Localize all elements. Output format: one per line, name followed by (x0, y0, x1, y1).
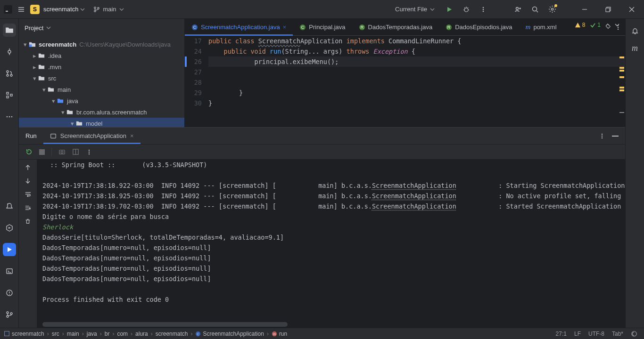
tree-node[interactable]: ▸.idea (19, 50, 184, 61)
error-stripe[interactable] (619, 53, 625, 127)
terminal-tool-button[interactable] (3, 265, 16, 278)
crumb-label[interactable]: alura (135, 331, 148, 337)
layout-button[interactable] (72, 148, 79, 155)
run-panel-title: Run (19, 132, 43, 139)
scroll-up-button[interactable] (25, 164, 31, 171)
settings-notification-dot (554, 4, 557, 7)
file-encoding[interactable]: UTF-8 (588, 331, 604, 337)
run-more-button[interactable] (597, 131, 607, 141)
svg-text:R: R (447, 25, 451, 30)
tree-node[interactable]: ▾src (19, 73, 184, 84)
editor-tab[interactable]: m pom.xml (519, 19, 563, 35)
vcs-tool-button[interactable] (3, 308, 16, 321)
services-tool-button[interactable] (3, 221, 16, 234)
tab-label: Principal.java (309, 24, 345, 31)
crumb-label[interactable]: br (105, 331, 110, 337)
editor-tab[interactable]: R DadosTemporadas.java (352, 19, 439, 35)
tree-node-root[interactable]: ▾ screenmatch C:\Users\Kayque\Downloads\… (19, 39, 184, 50)
run-config-selector[interactable]: Current File (392, 5, 438, 14)
crumb-label[interactable]: src (52, 331, 59, 337)
close-tab-icon[interactable]: × (283, 24, 287, 31)
settings-button[interactable] (547, 4, 557, 15)
chevron-down-icon[interactable] (615, 23, 619, 27)
maven-icon: m (526, 23, 531, 31)
structure-tool-button[interactable] (3, 89, 16, 102)
code-with-me-button[interactable] (513, 4, 523, 15)
tree-label: main (58, 86, 71, 93)
project-panel-header[interactable]: Project (19, 19, 184, 37)
toolbar-more-button[interactable] (86, 149, 92, 155)
scroll-down-button[interactable] (25, 178, 31, 184)
pull-requests-tool-button[interactable] (3, 67, 16, 80)
close-run-tab-icon[interactable]: × (130, 132, 134, 139)
editor-tab[interactable]: R DadosEpisodios.java (439, 19, 519, 35)
problems-tool-button[interactable] (3, 286, 16, 299)
main-menu-button[interactable] (16, 4, 26, 15)
svg-point-66 (61, 151, 63, 153)
run-tab[interactable]: ScreenmatchApplication × (43, 128, 140, 144)
project-tool-window: Project ▾ screenmatch C:\Users\Kayque\Do… (19, 19, 185, 127)
screenshot-button[interactable] (58, 148, 66, 155)
crumb-label[interactable]: main (67, 331, 79, 337)
notifications-tool-button[interactable] (3, 200, 16, 213)
tab-label: DadosTemporadas.java (368, 24, 433, 31)
more-tools-button[interactable] (3, 110, 16, 123)
editor-tab[interactable]: C ScreenmatchApplication.java × (185, 19, 293, 35)
crumb-label[interactable]: java (87, 331, 97, 337)
crumb-label[interactable]: com (117, 331, 128, 337)
rerun-button[interactable] (25, 148, 33, 155)
navigation-bar[interactable]: screenmatch ›src ›main ›java ›br ›com ›a… (0, 331, 287, 337)
chevron-up-icon[interactable] (605, 23, 610, 27)
tree-label: screenmatch (39, 41, 76, 48)
window-close-button[interactable] (623, 2, 640, 17)
line-separator[interactable]: LF (574, 331, 581, 337)
search-button[interactable] (530, 4, 540, 15)
editor-tab[interactable]: C Principal.java (293, 19, 352, 35)
project-tool-button[interactable] (3, 24, 16, 37)
project-badge: S (30, 5, 40, 14)
svg-rect-78 (5, 331, 9, 336)
tree-node[interactable]: ▾java (19, 95, 184, 106)
svg-rect-33 (7, 92, 8, 94)
scroll-to-end-button[interactable] (25, 204, 32, 211)
project-name-label: screenmatch (43, 6, 78, 13)
warn-count: 8 (582, 22, 586, 28)
svg-point-36 (6, 116, 8, 118)
check-icon (590, 22, 596, 28)
hide-run-button[interactable] (610, 131, 620, 141)
tree-node[interactable]: ▾model (19, 118, 184, 127)
tree-node[interactable]: ▾main (19, 84, 184, 95)
tree-node[interactable]: ▾br.com.alura.screenmatch (19, 106, 184, 118)
project-selector[interactable]: screenmatch (43, 6, 85, 13)
run-tool-button[interactable] (3, 243, 16, 256)
project-tree[interactable]: ▾ screenmatch C:\Users\Kayque\Downloads\… (19, 37, 184, 127)
more-actions-button[interactable] (478, 4, 488, 15)
console-output[interactable]: :: Spring Boot :: (v3.3.5-SNAPSHOT) 2024… (37, 160, 625, 328)
window-restore-button[interactable] (600, 2, 617, 17)
horizontal-scrollbar[interactable] (42, 322, 288, 327)
crumb-label[interactable]: screenmatch (156, 331, 188, 337)
svg-point-58 (618, 28, 619, 29)
maven-button[interactable]: m (632, 43, 638, 53)
caret-position[interactable]: 27:1 (556, 331, 567, 337)
soft-wrap-button[interactable] (25, 191, 32, 198)
reader-mode-icon[interactable] (631, 331, 637, 337)
indent-info[interactable]: Tab* (612, 331, 623, 337)
svg-text:R: R (360, 25, 363, 30)
clear-button[interactable] (25, 218, 31, 225)
status-bar: screenmatch ›src ›main ›java ›br ›com ›a… (0, 328, 644, 339)
vcs-branch-selector[interactable]: main (93, 6, 124, 13)
run-button[interactable] (444, 4, 454, 15)
inspection-widget[interactable]: 8 1 (575, 22, 619, 28)
window-minimize-button[interactable] (576, 2, 593, 17)
tree-node[interactable]: ▸.mvn (19, 61, 184, 73)
debug-button[interactable] (461, 4, 471, 15)
ide-logo-icon (4, 5, 12, 14)
svg-point-8 (464, 8, 468, 12)
svg-point-38 (11, 116, 12, 118)
commit-tool-button[interactable] (3, 45, 16, 58)
code-area[interactable]: 17 24 26 27 28 29 30 public class Screen… (185, 36, 625, 127)
notifications-button[interactable] (631, 27, 639, 35)
code-body[interactable]: public class ScreenmatchApplication impl… (208, 36, 625, 127)
stop-button[interactable] (39, 149, 45, 155)
